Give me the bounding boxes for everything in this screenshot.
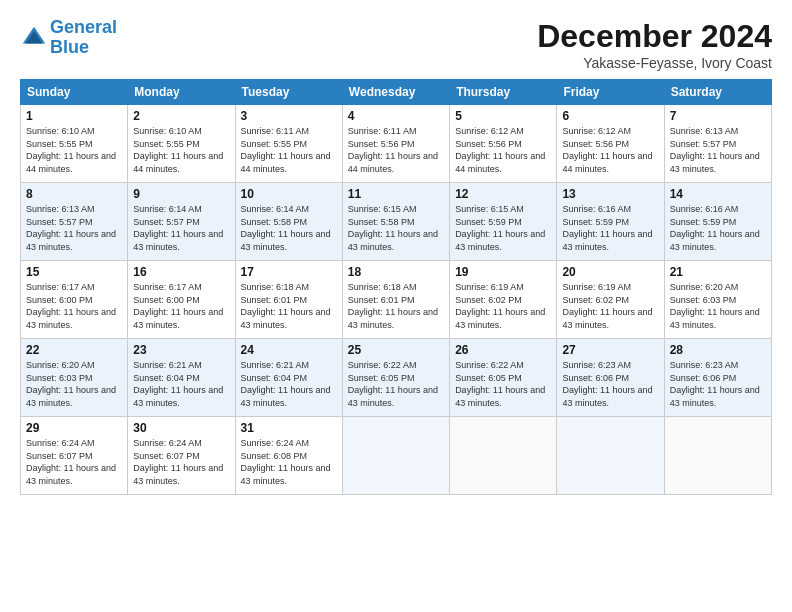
calendar-cell (557, 417, 664, 495)
calendar-cell: 7Sunrise: 6:13 AMSunset: 5:57 PMDaylight… (664, 105, 771, 183)
day-number: 4 (348, 109, 444, 123)
day-info: Sunrise: 6:17 AMSunset: 6:00 PMDaylight:… (133, 281, 229, 331)
day-number: 18 (348, 265, 444, 279)
day-number: 11 (348, 187, 444, 201)
day-info: Sunrise: 6:10 AMSunset: 5:55 PMDaylight:… (133, 125, 229, 175)
day-info: Sunrise: 6:24 AMSunset: 6:07 PMDaylight:… (26, 437, 122, 487)
day-number: 15 (26, 265, 122, 279)
calendar-cell: 6Sunrise: 6:12 AMSunset: 5:56 PMDaylight… (557, 105, 664, 183)
day-info: Sunrise: 6:23 AMSunset: 6:06 PMDaylight:… (562, 359, 658, 409)
day-info: Sunrise: 6:24 AMSunset: 6:07 PMDaylight:… (133, 437, 229, 487)
day-number: 23 (133, 343, 229, 357)
day-number: 7 (670, 109, 766, 123)
day-number: 30 (133, 421, 229, 435)
calendar-cell: 10Sunrise: 6:14 AMSunset: 5:58 PMDayligh… (235, 183, 342, 261)
calendar-cell: 18Sunrise: 6:18 AMSunset: 6:01 PMDayligh… (342, 261, 449, 339)
day-info: Sunrise: 6:12 AMSunset: 5:56 PMDaylight:… (562, 125, 658, 175)
calendar-header-row: SundayMondayTuesdayWednesdayThursdayFrid… (21, 80, 772, 105)
day-info: Sunrise: 6:24 AMSunset: 6:08 PMDaylight:… (241, 437, 337, 487)
day-info: Sunrise: 6:20 AMSunset: 6:03 PMDaylight:… (26, 359, 122, 409)
location: Yakasse-Feyasse, Ivory Coast (537, 55, 772, 71)
calendar-cell: 3Sunrise: 6:11 AMSunset: 5:55 PMDaylight… (235, 105, 342, 183)
calendar-cell: 28Sunrise: 6:23 AMSunset: 6:06 PMDayligh… (664, 339, 771, 417)
calendar-day-header: Monday (128, 80, 235, 105)
day-number: 26 (455, 343, 551, 357)
day-info: Sunrise: 6:13 AMSunset: 5:57 PMDaylight:… (670, 125, 766, 175)
day-info: Sunrise: 6:21 AMSunset: 6:04 PMDaylight:… (241, 359, 337, 409)
calendar-cell: 16Sunrise: 6:17 AMSunset: 6:00 PMDayligh… (128, 261, 235, 339)
day-info: Sunrise: 6:17 AMSunset: 6:00 PMDaylight:… (26, 281, 122, 331)
day-info: Sunrise: 6:19 AMSunset: 6:02 PMDaylight:… (562, 281, 658, 331)
calendar-cell: 30Sunrise: 6:24 AMSunset: 6:07 PMDayligh… (128, 417, 235, 495)
day-number: 3 (241, 109, 337, 123)
day-info: Sunrise: 6:20 AMSunset: 6:03 PMDaylight:… (670, 281, 766, 331)
calendar-cell: 31Sunrise: 6:24 AMSunset: 6:08 PMDayligh… (235, 417, 342, 495)
day-number: 19 (455, 265, 551, 279)
day-number: 6 (562, 109, 658, 123)
calendar-cell: 14Sunrise: 6:16 AMSunset: 5:59 PMDayligh… (664, 183, 771, 261)
day-info: Sunrise: 6:23 AMSunset: 6:06 PMDaylight:… (670, 359, 766, 409)
day-info: Sunrise: 6:16 AMSunset: 5:59 PMDaylight:… (670, 203, 766, 253)
day-info: Sunrise: 6:14 AMSunset: 5:58 PMDaylight:… (241, 203, 337, 253)
day-number: 27 (562, 343, 658, 357)
day-info: Sunrise: 6:18 AMSunset: 6:01 PMDaylight:… (348, 281, 444, 331)
header: General Blue December 2024 Yakasse-Feyas… (20, 18, 772, 71)
calendar-cell (342, 417, 449, 495)
page: General Blue December 2024 Yakasse-Feyas… (0, 0, 792, 612)
calendar-cell: 5Sunrise: 6:12 AMSunset: 5:56 PMDaylight… (450, 105, 557, 183)
calendar-cell (664, 417, 771, 495)
logo-text: General Blue (50, 18, 117, 58)
calendar-cell: 27Sunrise: 6:23 AMSunset: 6:06 PMDayligh… (557, 339, 664, 417)
calendar-cell: 21Sunrise: 6:20 AMSunset: 6:03 PMDayligh… (664, 261, 771, 339)
day-info: Sunrise: 6:16 AMSunset: 5:59 PMDaylight:… (562, 203, 658, 253)
day-info: Sunrise: 6:22 AMSunset: 6:05 PMDaylight:… (348, 359, 444, 409)
calendar-cell: 2Sunrise: 6:10 AMSunset: 5:55 PMDaylight… (128, 105, 235, 183)
calendar-day-header: Sunday (21, 80, 128, 105)
day-info: Sunrise: 6:21 AMSunset: 6:04 PMDaylight:… (133, 359, 229, 409)
day-info: Sunrise: 6:11 AMSunset: 5:56 PMDaylight:… (348, 125, 444, 175)
calendar-cell: 8Sunrise: 6:13 AMSunset: 5:57 PMDaylight… (21, 183, 128, 261)
calendar-day-header: Thursday (450, 80, 557, 105)
day-number: 5 (455, 109, 551, 123)
calendar-day-header: Wednesday (342, 80, 449, 105)
calendar-cell: 15Sunrise: 6:17 AMSunset: 6:00 PMDayligh… (21, 261, 128, 339)
day-number: 9 (133, 187, 229, 201)
calendar-day-header: Tuesday (235, 80, 342, 105)
day-number: 1 (26, 109, 122, 123)
day-info: Sunrise: 6:15 AMSunset: 5:58 PMDaylight:… (348, 203, 444, 253)
month-title: December 2024 (537, 18, 772, 55)
calendar-cell: 23Sunrise: 6:21 AMSunset: 6:04 PMDayligh… (128, 339, 235, 417)
day-number: 8 (26, 187, 122, 201)
day-info: Sunrise: 6:12 AMSunset: 5:56 PMDaylight:… (455, 125, 551, 175)
calendar-cell: 12Sunrise: 6:15 AMSunset: 5:59 PMDayligh… (450, 183, 557, 261)
day-number: 22 (26, 343, 122, 357)
calendar-cell: 9Sunrise: 6:14 AMSunset: 5:57 PMDaylight… (128, 183, 235, 261)
calendar-cell: 1Sunrise: 6:10 AMSunset: 5:55 PMDaylight… (21, 105, 128, 183)
calendar-day-header: Saturday (664, 80, 771, 105)
day-number: 20 (562, 265, 658, 279)
calendar-cell: 22Sunrise: 6:20 AMSunset: 6:03 PMDayligh… (21, 339, 128, 417)
day-number: 24 (241, 343, 337, 357)
day-info: Sunrise: 6:10 AMSunset: 5:55 PMDaylight:… (26, 125, 122, 175)
calendar-cell: 20Sunrise: 6:19 AMSunset: 6:02 PMDayligh… (557, 261, 664, 339)
day-info: Sunrise: 6:18 AMSunset: 6:01 PMDaylight:… (241, 281, 337, 331)
calendar-cell: 25Sunrise: 6:22 AMSunset: 6:05 PMDayligh… (342, 339, 449, 417)
day-number: 28 (670, 343, 766, 357)
title-block: December 2024 Yakasse-Feyasse, Ivory Coa… (537, 18, 772, 71)
calendar-cell: 11Sunrise: 6:15 AMSunset: 5:58 PMDayligh… (342, 183, 449, 261)
day-number: 14 (670, 187, 766, 201)
calendar-cell: 24Sunrise: 6:21 AMSunset: 6:04 PMDayligh… (235, 339, 342, 417)
day-number: 10 (241, 187, 337, 201)
calendar-cell: 29Sunrise: 6:24 AMSunset: 6:07 PMDayligh… (21, 417, 128, 495)
calendar-cell (450, 417, 557, 495)
logo: General Blue (20, 18, 117, 58)
day-number: 17 (241, 265, 337, 279)
day-info: Sunrise: 6:11 AMSunset: 5:55 PMDaylight:… (241, 125, 337, 175)
calendar-cell: 19Sunrise: 6:19 AMSunset: 6:02 PMDayligh… (450, 261, 557, 339)
calendar-cell: 4Sunrise: 6:11 AMSunset: 5:56 PMDaylight… (342, 105, 449, 183)
day-number: 12 (455, 187, 551, 201)
day-number: 13 (562, 187, 658, 201)
logo-icon (20, 24, 48, 52)
day-number: 21 (670, 265, 766, 279)
day-info: Sunrise: 6:14 AMSunset: 5:57 PMDaylight:… (133, 203, 229, 253)
